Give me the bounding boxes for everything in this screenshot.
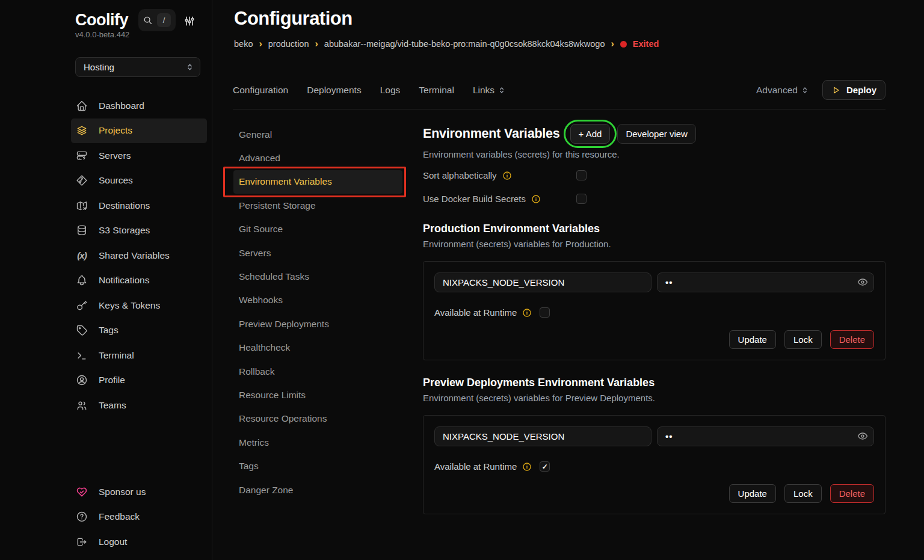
available-at-runtime-row: Available at Runtime bbox=[434, 307, 874, 318]
tab-deployments[interactable]: Deployments bbox=[307, 85, 361, 96]
home-icon bbox=[75, 100, 88, 112]
sidebar-item-sponsor[interactable]: Sponsor us bbox=[71, 479, 207, 505]
search-button[interactable]: / bbox=[138, 9, 176, 31]
breadcrumb-environment[interactable]: production bbox=[268, 39, 309, 49]
settings-sliders-icon[interactable] bbox=[183, 15, 196, 27]
status-badge: Exited bbox=[633, 39, 659, 49]
sidebar-item-label: Keys & Tokens bbox=[99, 300, 160, 311]
env-value-input[interactable] bbox=[657, 426, 874, 446]
delete-button[interactable]: Delete bbox=[830, 330, 874, 349]
available-at-runtime-checkbox[interactable] bbox=[540, 307, 550, 318]
sidebar-item-terminal[interactable]: Terminal bbox=[71, 343, 207, 368]
subnav-danger-zone[interactable]: Danger Zone bbox=[233, 478, 402, 502]
logout-icon bbox=[75, 536, 88, 548]
env-key-input[interactable] bbox=[434, 272, 651, 292]
available-at-runtime-label: Available at Runtime bbox=[434, 307, 517, 318]
tab-logs[interactable]: Logs bbox=[380, 85, 401, 96]
sidebar-item-notifications[interactable]: Notifications bbox=[71, 268, 207, 294]
app-version: v4.0.0-beta.442 bbox=[75, 30, 129, 39]
team-selector-value: Hosting bbox=[84, 62, 114, 72]
env-key-input[interactable] bbox=[434, 426, 651, 446]
sidebar-item-feedback[interactable]: Feedback bbox=[71, 505, 207, 530]
sidebar-item-label: Logout bbox=[99, 537, 127, 547]
sidebar-item-s3-storages[interactable]: S3 Storages bbox=[71, 218, 207, 244]
page-title: Configuration bbox=[234, 8, 353, 29]
env-value-input[interactable] bbox=[657, 272, 874, 292]
subnav-environment-variables[interactable]: Environment Variables bbox=[233, 170, 402, 194]
app-logo: Coolify bbox=[75, 11, 128, 29]
available-at-runtime-label: Available at Runtime bbox=[434, 461, 517, 472]
sidebar-item-tags[interactable]: Tags bbox=[71, 318, 207, 343]
subnav-resource-operations[interactable]: Resource Operations bbox=[233, 407, 402, 431]
info-icon bbox=[522, 308, 532, 318]
search-icon bbox=[143, 16, 153, 25]
sort-alphabetically-checkbox[interactable] bbox=[576, 170, 587, 180]
sidebar-item-sources[interactable]: Sources bbox=[71, 168, 207, 194]
subnav-metrics[interactable]: Metrics bbox=[233, 431, 402, 454]
tab-links[interactable]: Links bbox=[473, 85, 506, 96]
sidebar-item-label: Destinations bbox=[99, 200, 150, 211]
sidebar-item-logout[interactable]: Logout bbox=[71, 529, 207, 555]
deploy-button[interactable]: Deploy bbox=[822, 80, 886, 100]
heart-icon bbox=[75, 486, 88, 498]
reveal-value-eye-icon[interactable] bbox=[857, 276, 869, 288]
sidebar-item-destinations[interactable]: Destinations bbox=[71, 193, 207, 218]
bell-icon bbox=[75, 274, 88, 286]
team-selector[interactable]: Hosting bbox=[75, 57, 200, 77]
breadcrumb-chevron-icon bbox=[315, 38, 318, 49]
sidebar-item-shared-variables[interactable]: (x) Shared Variables bbox=[71, 243, 207, 268]
database-icon bbox=[75, 224, 88, 236]
subnav-rollback[interactable]: Rollback bbox=[233, 360, 402, 383]
sidebar-item-profile[interactable]: Profile bbox=[71, 368, 207, 393]
subnav-preview-deployments[interactable]: Preview Deployments bbox=[233, 312, 402, 336]
lock-button[interactable]: Lock bbox=[784, 484, 822, 503]
tab-terminal[interactable]: Terminal bbox=[419, 85, 454, 96]
sidebar-item-label: Tags bbox=[99, 325, 119, 336]
developer-view-button[interactable]: Developer view bbox=[617, 124, 696, 144]
subnav-webhooks[interactable]: Webhooks bbox=[233, 289, 402, 312]
subnav-resource-limits[interactable]: Resource Limits bbox=[233, 383, 402, 407]
deploy-label: Deploy bbox=[846, 85, 876, 95]
available-at-runtime-checkbox[interactable] bbox=[540, 461, 550, 472]
delete-button[interactable]: Delete bbox=[830, 484, 874, 503]
sidebar-item-label: Sources bbox=[99, 175, 133, 186]
subnav-scheduled-tasks[interactable]: Scheduled Tasks bbox=[233, 265, 402, 288]
subnav-servers[interactable]: Servers bbox=[233, 241, 402, 265]
play-icon bbox=[831, 85, 841, 95]
sidebar-item-label: Feedback bbox=[99, 511, 140, 522]
breadcrumb-resource[interactable]: abubakar--meigag/vid-tube-beko-pro:main-… bbox=[324, 39, 605, 49]
config-subnav: General Advanced Environment Variables P… bbox=[233, 123, 402, 502]
update-button[interactable]: Update bbox=[729, 484, 776, 503]
subnav-advanced[interactable]: Advanced bbox=[233, 146, 402, 170]
subnav-healthcheck[interactable]: Healthcheck bbox=[233, 336, 402, 360]
env-variables-title: Environment Variables bbox=[423, 126, 560, 141]
update-button[interactable]: Update bbox=[729, 330, 776, 349]
sidebar-item-servers[interactable]: Servers bbox=[71, 143, 207, 168]
docker-build-secrets-row: Use Docker Build Secrets bbox=[423, 191, 886, 206]
reveal-value-eye-icon[interactable] bbox=[857, 430, 869, 442]
sidebar-item-dashboard[interactable]: Dashboard bbox=[71, 93, 207, 118]
sidebar-item-label: Servers bbox=[99, 150, 131, 161]
lock-button[interactable]: Lock bbox=[784, 330, 822, 349]
sidebar-item-projects[interactable]: Projects bbox=[71, 118, 207, 144]
info-icon bbox=[531, 194, 541, 204]
key-icon bbox=[75, 300, 88, 312]
subnav-git-source[interactable]: Git Source bbox=[233, 218, 402, 241]
subnav-general[interactable]: General bbox=[233, 123, 402, 146]
advanced-dropdown[interactable]: Advanced bbox=[756, 85, 809, 96]
available-at-runtime-row: Available at Runtime bbox=[434, 461, 874, 472]
breadcrumb-team[interactable]: beko bbox=[234, 39, 253, 49]
add-button[interactable]: + Add bbox=[570, 124, 611, 144]
preview-env-card: Available at Runtime Update Lock Delete bbox=[423, 415, 886, 514]
docker-build-secrets-checkbox[interactable] bbox=[576, 194, 587, 204]
subnav-persistent-storage[interactable]: Persistent Storage bbox=[233, 194, 402, 217]
sidebar-footer: Sponsor us Feedback Logout bbox=[75, 479, 200, 555]
docker-build-secrets-label: Use Docker Build Secrets bbox=[423, 194, 526, 204]
info-icon bbox=[522, 462, 532, 472]
sidebar-item-teams[interactable]: Teams bbox=[71, 393, 207, 418]
tab-configuration[interactable]: Configuration bbox=[233, 85, 288, 96]
sidebar-item-keys-tokens[interactable]: Keys & Tokens bbox=[71, 293, 207, 318]
chevron-updown-icon bbox=[185, 63, 194, 72]
subnav-tags[interactable]: Tags bbox=[233, 454, 402, 478]
status-dot bbox=[620, 41, 627, 48]
